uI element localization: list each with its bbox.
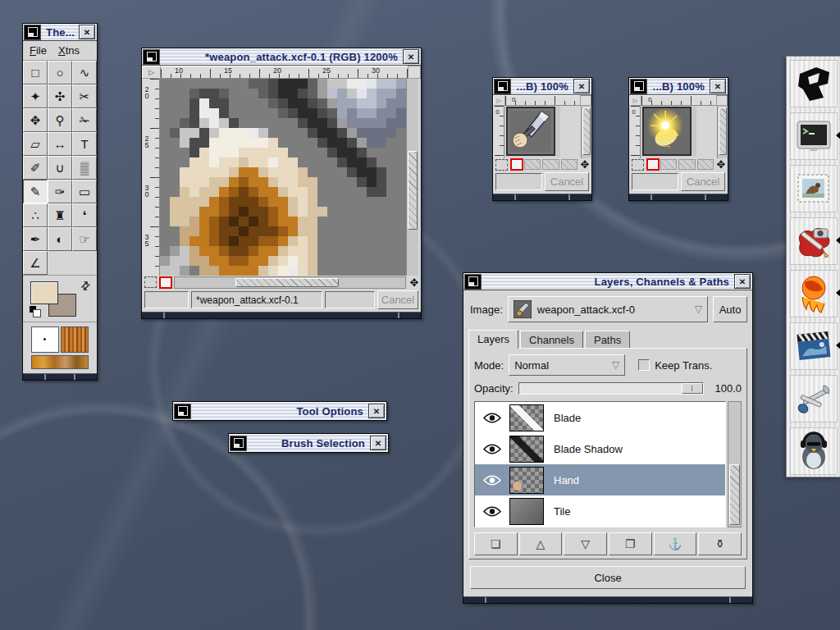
menu-file[interactable]: File: [30, 44, 47, 57]
close-button[interactable]: Close: [470, 566, 746, 589]
close-icon[interactable]: ✕: [403, 49, 419, 64]
quickmask-toggle-icon[interactable]: [646, 158, 660, 171]
raise-layer-button[interactable]: △: [519, 532, 563, 555]
image-canvas[interactable]: [160, 79, 406, 276]
tool-text[interactable]: T: [72, 132, 97, 156]
mini-window-titlebar[interactable]: ...B) 100% ✕: [493, 78, 591, 95]
visibility-eye-icon[interactable]: [475, 506, 509, 517]
close-icon[interactable]: ✕: [368, 404, 385, 418]
canvas-menu-button[interactable]: ▷: [142, 66, 161, 79]
tool-ellipse-select[interactable]: ○: [48, 61, 72, 84]
cancel-button[interactable]: Cancel: [545, 172, 589, 191]
visibility-eye-icon[interactable]: [475, 413, 509, 423]
vertical-scrollbar[interactable]: [717, 106, 728, 158]
tool-transform[interactable]: ▱: [23, 132, 48, 156]
keep-trans-checkbox[interactable]: [638, 359, 650, 371]
mini-window-titlebar[interactable]: ...B) 100% ✕: [629, 78, 728, 95]
horizontal-scrollbar[interactable]: [174, 276, 406, 289]
dock-item-paint[interactable]: [790, 217, 838, 265]
tool-color-picker[interactable]: ✐: [23, 156, 48, 180]
tool-ink[interactable]: ✒: [23, 227, 48, 251]
window-resize-bar[interactable]: [463, 596, 752, 603]
image-select-dropdown[interactable]: weapon_attack.xcf-0 ▽: [508, 296, 708, 322]
tab-layers[interactable]: Layers: [468, 330, 518, 349]
tool-clone[interactable]: ♜: [48, 203, 72, 227]
cancel-button[interactable]: Cancel: [681, 172, 725, 191]
glowing-hand-icon[interactable]: [641, 106, 696, 157]
navigation-icon[interactable]: ✥: [408, 276, 421, 289]
tool-magnify[interactable]: ⚲: [48, 108, 72, 132]
tab-channels[interactable]: Channels: [520, 331, 583, 348]
close-icon[interactable]: ✕: [79, 25, 95, 39]
vertical-scrollbar[interactable]: [406, 79, 418, 276]
image-window-titlebar[interactable]: *weapon_attack.xcf-0.1 (RGB) 1200% ✕: [142, 48, 421, 66]
tool-smudge[interactable]: ☞: [72, 227, 97, 251]
layer-row-tile[interactable]: Tile: [475, 495, 725, 527]
close-icon[interactable]: ✕: [710, 79, 726, 94]
dock-item-tools[interactable]: [790, 375, 838, 422]
dock-item-terminal[interactable]: [790, 112, 838, 160]
dock-item-gnustep[interactable]: [790, 60, 838, 107]
anchor-layer-button[interactable]: ⚓: [654, 532, 697, 555]
tool-move[interactable]: ✥: [23, 108, 48, 132]
tool-scissors[interactable]: ✂: [72, 84, 97, 108]
layer-row-hand[interactable]: Hand: [475, 464, 725, 495]
layer-row-blade[interactable]: Blade: [475, 402, 725, 433]
horizontal-scrollbar-thumb[interactable]: [235, 278, 339, 287]
brush-selection-titlebar[interactable]: Brush Selection ✕: [229, 434, 388, 452]
quickmask-toggle-icon[interactable]: [159, 276, 172, 289]
tool-options-titlebar[interactable]: Tool Options ✕: [173, 402, 386, 420]
sword-hand-icon[interactable]: [504, 106, 560, 157]
navigation-icon[interactable]: ✥: [578, 158, 591, 171]
layer-list-scrollbar[interactable]: [728, 401, 742, 527]
window-menu-button[interactable]: [630, 79, 647, 94]
close-icon[interactable]: ✕: [370, 436, 386, 450]
window-menu-button[interactable]: [464, 274, 482, 290]
tool-paintbrush[interactable]: ✑: [48, 180, 72, 203]
visibility-eye-icon[interactable]: [475, 444, 509, 454]
pattern-preview[interactable]: [61, 326, 89, 353]
dock-item-video[interactable]: [790, 322, 838, 370]
layer-row-blade-shadow[interactable]: Blade Shadow: [475, 433, 725, 464]
window-menu-button[interactable]: [174, 404, 191, 419]
menu-xtns[interactable]: Xtns: [58, 44, 80, 57]
tool-crop[interactable]: ✁: [72, 108, 97, 132]
tool-bucket-fill[interactable]: ∪: [48, 156, 72, 180]
canvas-menu-button[interactable]: ▷: [493, 95, 505, 106]
tool-pencil[interactable]: ✎: [23, 180, 48, 203]
default-colors-icon[interactable]: [30, 306, 41, 317]
lower-layer-button[interactable]: ▽: [564, 532, 607, 555]
visibility-eye-icon[interactable]: [475, 475, 509, 486]
tool-bezier-select[interactable]: ✣: [48, 84, 72, 108]
tool-blend[interactable]: ▒: [72, 156, 97, 180]
tool-free-select[interactable]: ∿: [72, 61, 97, 84]
new-layer-button[interactable]: ❏: [474, 532, 518, 555]
window-resize-bar[interactable]: [493, 194, 591, 200]
dock-item-audio[interactable]: [790, 427, 838, 475]
tool-fuzzy-select[interactable]: ✦: [23, 84, 48, 108]
selection-toggle-icon[interactable]: [144, 276, 157, 288]
window-menu-button[interactable]: [24, 25, 41, 40]
tool-convolve[interactable]: ❛: [72, 203, 97, 227]
window-resize-bar[interactable]: [23, 373, 97, 380]
quickmask-toggle-icon[interactable]: [510, 158, 523, 171]
dock-item-mail[interactable]: [790, 165, 838, 212]
dock-item-browser[interactable]: [790, 270, 838, 317]
vertical-scrollbar-thumb[interactable]: [408, 151, 418, 230]
tab-paths[interactable]: Paths: [585, 331, 630, 348]
opacity-slider[interactable]: [518, 382, 704, 395]
window-menu-button[interactable]: [230, 436, 247, 451]
brush-preview[interactable]: [31, 326, 59, 353]
tool-flip[interactable]: ↔: [48, 132, 72, 156]
navigation-icon[interactable]: ✥: [714, 158, 728, 171]
opacity-slider-handle[interactable]: [682, 383, 703, 394]
delete-layer-button[interactable]: ⚱: [698, 532, 742, 555]
window-resize-bar[interactable]: [629, 194, 728, 200]
tool-eraser[interactable]: ▭: [72, 180, 97, 203]
swap-colors-icon[interactable]: ⇄: [77, 277, 94, 294]
layers-dialog-titlebar[interactable]: Layers, Channels & Paths ✕: [463, 273, 752, 290]
gradient-preview[interactable]: [31, 355, 89, 369]
tool-airbrush[interactable]: ∴: [23, 203, 48, 227]
window-menu-button[interactable]: [143, 49, 160, 65]
mode-dropdown[interactable]: Normal ▽: [509, 354, 625, 376]
